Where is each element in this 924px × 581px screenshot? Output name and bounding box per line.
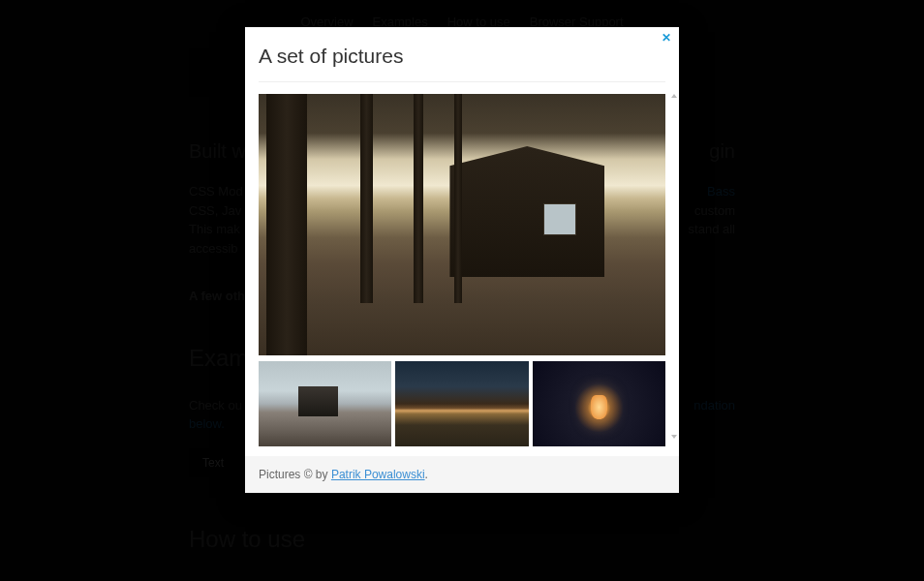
scroll-indicator[interactable]	[671, 94, 677, 446]
modal-body	[245, 82, 679, 446]
footer-prefix: Pictures © by	[259, 468, 331, 481]
close-icon[interactable]: ✕	[662, 31, 671, 45]
modal-dialog: ✕ A set of pictures Pictures © by Patrik…	[245, 27, 679, 493]
footer-suffix: .	[425, 468, 428, 481]
image-lantern[interactable]	[533, 361, 665, 446]
credit-link[interactable]: Patrik Powalowski	[331, 468, 425, 481]
modal-footer: Pictures © by Patrik Powalowski.	[245, 456, 679, 493]
image-firewood[interactable]	[395, 361, 528, 446]
thumbnail-row	[259, 361, 665, 446]
modal-title: A set of pictures	[259, 45, 665, 68]
modal-header: A set of pictures	[245, 27, 679, 81]
image-cabin[interactable]	[259, 94, 665, 355]
image-dock[interactable]	[259, 361, 391, 446]
